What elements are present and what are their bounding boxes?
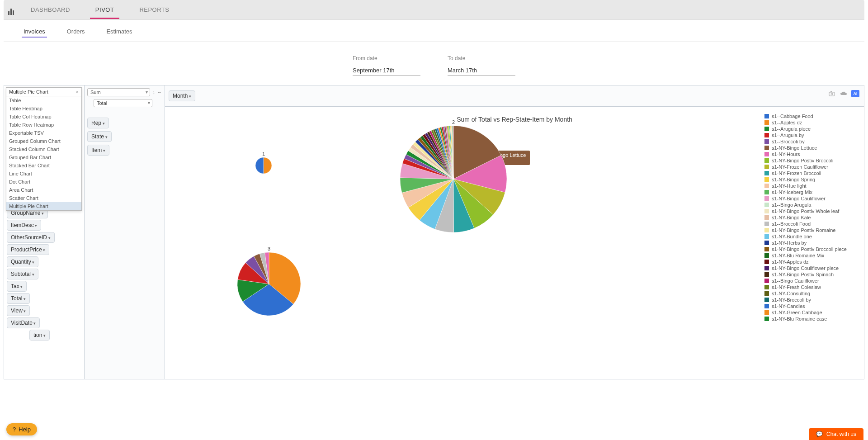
subtab-invoices[interactable]: Invoices <box>22 24 47 41</box>
camera-icon[interactable] <box>828 90 836 97</box>
legend-item[interactable]: s1--Broccoli by <box>764 139 852 144</box>
legend-item[interactable]: s1-NY-Iceberg Mix <box>764 189 852 195</box>
legend-item[interactable]: s1-NY-Frozen Cauliflower <box>764 164 852 170</box>
chart-legend: s1--Cabbage Foods1--Apples dzs1--Arugula… <box>764 113 855 348</box>
row-field-state[interactable]: State <box>87 131 112 142</box>
legend-swatch <box>764 266 769 270</box>
legend-item[interactable]: s1-NY-Bingo Postiv Romaine <box>764 227 852 233</box>
pie-container: s1-NY-Bingo Lettuce 1,390.5 123 <box>165 126 864 379</box>
legend-item[interactable]: s1-NY-Frozen Broccoli <box>764 170 852 176</box>
topbar-tab-dashboard[interactable]: DASHBOARD <box>27 1 74 19</box>
legend-item[interactable]: s1-NY-Green Cabbage <box>764 310 852 315</box>
legend-item[interactable]: s1-NY-Hours <box>764 151 852 157</box>
chart-type-option[interactable]: Scatter Chart <box>6 194 81 202</box>
chart-type-selected[interactable]: Multiple Pie Chart × <box>6 88 81 96</box>
row-field-item[interactable]: Item <box>87 145 109 156</box>
cloud-icon[interactable] <box>840 90 848 97</box>
legend-swatch <box>764 317 769 321</box>
chart-type-option[interactable]: Exportable TSV <box>6 129 81 137</box>
chart-title: Sum of Total vs Rep-State-Item by Month <box>165 107 864 126</box>
legend-text: s1-NY-Candles <box>772 303 805 309</box>
subtab-orders[interactable]: Orders <box>65 24 87 41</box>
legend-item[interactable]: s1-NY-Bingo Postiv Broccoli <box>764 158 852 163</box>
aggregator-field-select[interactable]: Total <box>94 99 152 107</box>
column-fields: Month <box>165 85 864 107</box>
sort-cols-icon[interactable]: ↔ <box>157 90 162 95</box>
chart-type-option[interactable]: Table Col Heatmap <box>6 113 81 121</box>
to-date-value[interactable]: March 17th <box>448 65 515 76</box>
chart-type-option[interactable]: Stacked Column Chart <box>6 145 81 153</box>
legend-item[interactable]: s1--Bingo Cauliflower <box>764 278 852 284</box>
legend-item[interactable]: s1--Arugula by <box>764 132 852 138</box>
col-field-month[interactable]: Month <box>169 90 195 101</box>
legend-item[interactable]: s1-NY-Hue light <box>764 183 852 189</box>
chart-type-option[interactable]: Stacked Bar Chart <box>6 161 81 170</box>
legend-swatch <box>764 127 769 131</box>
legend-item[interactable]: s1--Broccoli Food <box>764 221 852 227</box>
legend-item[interactable]: s1-NY-Bingo Kale <box>764 215 852 220</box>
legend-text: s1-NY-Frozen Broccoli <box>772 170 821 176</box>
chart-type-option[interactable]: Dot Chart <box>6 178 81 186</box>
chart-type-option[interactable]: Multiple Pie Chart <box>6 202 81 210</box>
legend-item[interactable]: s1-NY-Consulting <box>764 291 852 296</box>
pie-2[interactable] <box>400 126 507 234</box>
field-othersourceid[interactable]: OtherSourceID <box>7 232 55 243</box>
legend-text: s1-NY-Apples dz <box>772 259 809 265</box>
legend-item[interactable]: s1-NY-Apples dz <box>764 259 852 265</box>
chart-type-option[interactable]: Table <box>6 96 81 104</box>
legend-item[interactable]: s1-NY-Bingo Postiv Spinach <box>764 272 852 277</box>
chart-type-option[interactable]: Line Chart <box>6 170 81 178</box>
field-itemdesc[interactable]: ItemDesc <box>7 220 41 231</box>
chart-area: Month AI Sum of Total vs Rep-State-Item … <box>165 85 864 379</box>
aggregator-func-select[interactable]: Sum <box>87 88 150 96</box>
legend-scroll[interactable]: s1--Cabbage Foods1--Apples dzs1--Arugula… <box>764 113 855 348</box>
legend-swatch <box>764 209 769 213</box>
legend-item[interactable]: s1-NY-Bundle one <box>764 234 852 239</box>
chart-type-dropdown[interactable]: Multiple Pie Chart × TableTable HeatmapT… <box>6 87 82 211</box>
legend-item[interactable]: s1-NY-Bingo Lettuce <box>764 145 852 151</box>
legend-item[interactable]: s1-NY-Bingo Postiv Whole leaf <box>764 208 852 214</box>
ai-button[interactable]: AI <box>851 90 859 97</box>
to-date-field[interactable]: To date March 17th <box>448 55 515 76</box>
field-total[interactable]: Total <box>7 293 30 304</box>
from-date-value[interactable]: September 17th <box>353 65 420 76</box>
legend-item[interactable]: s1--Arugula piece <box>764 126 852 132</box>
field-quantity[interactable]: Quantity <box>7 256 38 267</box>
field-partial[interactable]: tion <box>29 330 50 341</box>
field-productprice[interactable]: ProductPrice <box>7 244 49 255</box>
close-icon[interactable]: × <box>76 89 79 95</box>
legend-item[interactable]: s1-NY-Candles <box>764 303 852 309</box>
chart-type-option[interactable]: Table Row Heatmap <box>6 121 81 129</box>
topbar-tab-pivot[interactable]: PIVOT <box>92 1 118 19</box>
chart-type-option[interactable]: Table Heatmap <box>6 104 81 113</box>
from-date-field[interactable]: From date September 17th <box>353 55 420 76</box>
legend-item[interactable]: s1-NY-Bingo Cauliflower <box>764 196 852 201</box>
legend-item[interactable]: s1-NY-Fresh Coleslaw <box>764 284 852 290</box>
legend-swatch <box>764 190 769 194</box>
field-view[interactable]: View <box>7 305 30 316</box>
legend-item[interactable]: s1--Bingo Arugula <box>764 202 852 208</box>
topbar-tab-reports[interactable]: REPORTS <box>136 1 173 19</box>
legend-item[interactable]: s1-NY-Bingo Postiv Broccoli piece <box>764 246 852 252</box>
chart-type-option[interactable]: Grouped Bar Chart <box>6 153 81 161</box>
subtab-estimates[interactable]: Estimates <box>104 24 134 41</box>
legend-item[interactable]: s1--Cabbage Food <box>764 114 852 119</box>
legend-swatch <box>764 260 769 264</box>
field-subtotal[interactable]: Subtotal <box>7 269 38 279</box>
legend-item[interactable]: s1-NY-Bingo Spring <box>764 177 852 182</box>
field-tax[interactable]: Tax <box>7 281 27 292</box>
pie-1[interactable] <box>255 157 272 175</box>
legend-item[interactable]: s1-NY-Blu Romaine case <box>764 316 852 322</box>
legend-item[interactable]: s1-NY-Blu Romaine Mix <box>764 253 852 258</box>
chart-type-option[interactable]: Area Chart <box>6 186 81 194</box>
field-visitdate[interactable]: VisitDate <box>7 317 40 328</box>
row-field-rep[interactable]: Rep <box>87 118 109 128</box>
legend-swatch <box>764 177 769 182</box>
chart-type-option[interactable]: Grouped Column Chart <box>6 137 81 145</box>
legend-item[interactable]: s1--Apples dz <box>764 120 852 125</box>
sort-rows-icon[interactable]: ↕ <box>153 90 156 95</box>
legend-item[interactable]: s1-NY-Bingo Couliflower piece <box>764 265 852 271</box>
legend-item[interactable]: s1-NY-Herbs by <box>764 240 852 246</box>
pie-3[interactable] <box>237 252 301 317</box>
legend-item[interactable]: s1-NY-Broccoli by <box>764 297 852 303</box>
